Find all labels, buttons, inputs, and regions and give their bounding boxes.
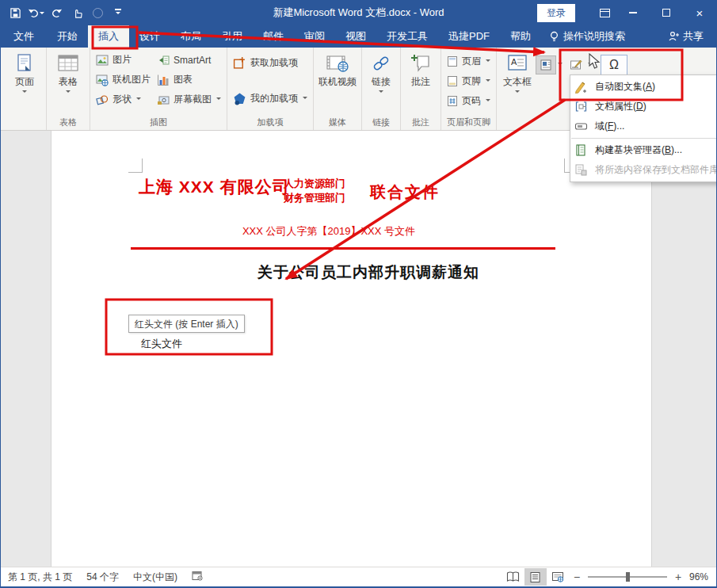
zoom-percentage[interactable]: 96%: [686, 571, 716, 582]
login-button[interactable]: 登录: [537, 4, 575, 22]
smartart-button[interactable]: SmartArt: [154, 50, 224, 70]
tab-layout[interactable]: 布局: [170, 25, 212, 48]
textbox-icon: A: [507, 53, 528, 74]
group-links: 链接 链接: [362, 48, 401, 130]
print-layout-button[interactable]: [524, 568, 547, 586]
zoom-slider[interactable]: [588, 576, 667, 578]
group-label-header-footer: 页眉和页脚: [441, 116, 496, 128]
shapes-button[interactable]: 形状: [93, 90, 154, 109]
repeat-button[interactable]: [47, 3, 66, 22]
word-count[interactable]: 54 个字: [79, 571, 126, 584]
zoom-in-button[interactable]: +: [670, 571, 686, 583]
tab-mailings[interactable]: 邮件: [253, 25, 294, 48]
link-label: 链接: [372, 77, 391, 87]
group-label-comments: 批注: [401, 116, 440, 128]
screenshot-button[interactable]: 屏幕截图: [154, 90, 224, 109]
tab-insert[interactable]: 插入: [88, 25, 129, 48]
language-indicator[interactable]: 中文(中国): [126, 571, 185, 584]
customize-qat-button[interactable]: [109, 3, 128, 22]
online-picture-button[interactable]: 联机图片: [93, 70, 154, 90]
field-icon: [574, 120, 588, 133]
tab-references[interactable]: 引用: [212, 25, 253, 48]
signature-line-button[interactable]: [566, 55, 586, 74]
chart-button[interactable]: 图表: [154, 70, 224, 90]
menu-item-document-property[interactable]: 文档属性(D): [570, 97, 717, 116]
textbox-button[interactable]: A 文本框: [499, 50, 536, 95]
table-button[interactable]: 表格: [49, 50, 87, 95]
page-number-button[interactable]: 页码: [444, 91, 494, 111]
menu-item-label: 将所选内容保存到文档部件库: [595, 163, 717, 177]
header-dropdown-arrow: [486, 59, 490, 64]
symbol-omega-button[interactable]: Ω: [601, 55, 627, 75]
quick-parts-button[interactable]: [536, 55, 556, 74]
header-button[interactable]: 页眉: [444, 52, 494, 71]
online-video-icon: [326, 53, 349, 74]
touch-mode-button[interactable]: [67, 3, 86, 22]
picture-button[interactable]: 图片: [93, 50, 154, 70]
group-label-media: 媒体: [314, 116, 361, 128]
smartart-label: SmartArt: [174, 55, 211, 66]
menu-item-field[interactable]: 域(F)...: [570, 116, 717, 136]
web-layout-icon: [551, 571, 564, 582]
screenshot-dropdown-arrow: [216, 97, 221, 102]
tab-view[interactable]: 视图: [335, 25, 376, 48]
table-icon: [57, 53, 79, 74]
word-window: 新建Microsoft Word 文档.docx - Word 登录 × 文件 …: [0, 0, 717, 588]
zoom-slider-thumb[interactable]: [626, 572, 630, 582]
signature-line-icon: [570, 59, 582, 71]
screenshot-label: 屏幕截图: [174, 93, 212, 106]
maximize-button[interactable]: [650, 0, 683, 25]
undo-button[interactable]: [26, 3, 45, 22]
doc-title: 关于公司员工内部升职调薪通知: [67, 262, 669, 283]
macro-record-button[interactable]: [185, 571, 210, 583]
tab-file[interactable]: 文件: [1, 25, 47, 48]
autotext-typed-text[interactable]: 红头文件: [141, 337, 182, 351]
tab-review[interactable]: 审阅: [294, 25, 335, 48]
my-addins-dropdown-arrow: [303, 97, 307, 101]
signature-line-dropdown-arrow[interactable]: [588, 63, 593, 67]
tab-developer[interactable]: 开发工具: [376, 25, 438, 48]
group-pages: 页面: [3, 48, 47, 130]
maximize-icon: [662, 9, 670, 17]
page-indicator[interactable]: 第 1 页, 共 1 页: [1, 571, 79, 584]
my-addins-button[interactable]: 我的加载项: [230, 89, 311, 109]
ribbon-display-options-button[interactable]: [593, 0, 616, 25]
online-video-label: 联机视频: [318, 77, 357, 87]
get-addins-button[interactable]: 获取加载项: [230, 53, 311, 73]
tab-xunjie-pdf[interactable]: 迅捷PDF: [438, 25, 500, 48]
title-bar: 新建Microsoft Word 文档.docx - Word 登录 ×: [1, 0, 716, 25]
zoom-out-button[interactable]: −: [569, 571, 585, 583]
menu-item-building-blocks[interactable]: 构建基块管理器(B)...: [570, 140, 717, 160]
quick-parts-dropdown-arrow[interactable]: [558, 63, 563, 67]
tab-help[interactable]: 帮助: [500, 25, 541, 48]
group-comments: 批注 批注: [401, 48, 441, 130]
building-blocks-icon: [574, 143, 588, 157]
quick-parts-menu: 自动图文集(A) 文档属性(D) 域(F)... 构建基块管理器(B)...: [570, 74, 717, 182]
repeat-icon: [51, 7, 63, 19]
tab-home[interactable]: 开始: [47, 25, 88, 48]
tell-me-search[interactable]: 操作说明搜索: [541, 25, 633, 48]
online-picture-icon: [96, 74, 109, 86]
save-button[interactable]: [6, 3, 25, 22]
get-addins-label: 获取加载项: [250, 56, 298, 70]
page-number-label: 页码: [462, 94, 481, 108]
document-page[interactable]: 上海 XXX 有限公司 人力资源部门 财务管理部门 联合文件 XXX 公司人字第…: [51, 131, 652, 567]
share-label: 共享: [683, 29, 704, 44]
read-mode-button[interactable]: [502, 568, 524, 586]
omega-glyph: Ω: [609, 58, 619, 72]
online-video-button[interactable]: 联机视频: [316, 50, 359, 87]
picture-label: 图片: [113, 53, 132, 67]
footer-button[interactable]: 页脚: [444, 71, 494, 91]
close-button[interactable]: ×: [683, 0, 716, 25]
link-button[interactable]: 链接: [364, 50, 398, 95]
undo-dropdown-arrow[interactable]: [40, 12, 44, 17]
group-label-illustrations: 插图: [90, 116, 227, 128]
comment-button[interactable]: 批注: [403, 50, 438, 87]
tab-design[interactable]: 设计: [129, 25, 170, 48]
web-layout-button[interactable]: [547, 568, 569, 586]
menu-item-autotext[interactable]: 自动图文集(A): [570, 77, 717, 97]
minimize-button[interactable]: [616, 0, 650, 25]
pages-icon: [15, 53, 34, 74]
pages-button[interactable]: 页面: [6, 50, 44, 95]
share-button[interactable]: 共享: [655, 25, 716, 48]
